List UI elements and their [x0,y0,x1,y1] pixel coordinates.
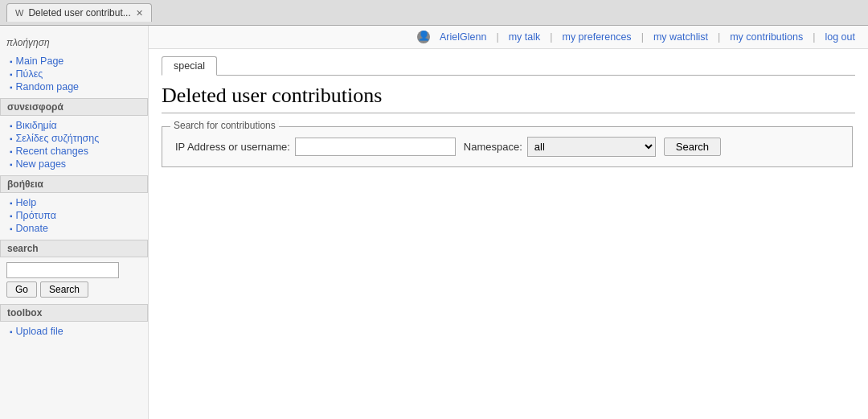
sidebar-item-new-pages[interactable]: New pages [16,158,67,170]
wiki-icon: W [15,8,23,18]
list-item: New pages [0,158,148,170]
list-item: Main Page [0,55,148,68]
list-item: Donate [0,222,148,235]
my-talk-link[interactable]: my talk [509,31,541,43]
namespace-label: Namespace: [464,141,522,153]
my-contributions-link[interactable]: my contributions [730,31,803,43]
toolbox-section: toolbox Upload file [0,304,148,339]
tab-special[interactable]: special [162,56,217,76]
ip-username-label: IP Address or username: [175,141,290,153]
contribution-list: Βικιδημία Σελίδες συζήτησης Recent chang… [0,117,148,172]
navigation-section: Main Page Πύλες Random page [0,53,148,95]
browser-tab[interactable]: W Deleted user contribut... ✕ [6,3,152,22]
my-preferences-link[interactable]: my preferences [562,31,631,43]
search-buttons: Go Search [6,281,141,298]
list-item: Πρότυπα [0,209,148,222]
contributions-form: Search for contributions IP Address or u… [162,126,853,167]
top-nav: ArielGlenn | my talk | my preferences | … [149,26,868,49]
search-section: search Go Search [0,240,148,301]
list-item: Σελίδες συζήτησης [0,132,148,145]
go-button[interactable]: Go [6,281,37,298]
user-icon [417,31,430,43]
list-item: Random page [0,80,148,93]
list-item: Βικιδημία [0,119,148,132]
sidebar-item-recent-changes[interactable]: Recent changes [16,146,88,157]
page-title: Deleted user contributions [162,84,855,113]
navigation-list: Main Page Πύλες Random page [0,53,148,95]
my-watchlist-link[interactable]: my watchlist [653,31,708,43]
list-item: Recent changes [0,145,148,158]
namespace-select[interactable]: allMainTalkUserUser talkWikipediaWikiped… [527,137,656,157]
browser-chrome: W Deleted user contribut... ✕ [0,0,868,26]
username-link[interactable]: ArielGlenn [440,31,486,43]
toolbox-list: Upload file [0,323,148,339]
help-list: Help Πρότυπα Donate [0,195,148,236]
sidebar-item-upload-file[interactable]: Upload file [16,326,63,337]
ip-username-field: IP Address or username: [175,138,456,156]
namespace-field: Namespace: allMainTalkUserUser talkWikip… [464,137,656,157]
list-item: Help [0,196,148,209]
toolbox-section-title: toolbox [0,304,148,322]
sidebar-item-discussion-pages[interactable]: Σελίδες συζήτησης [16,133,100,144]
sidebar-search-input[interactable] [6,262,119,278]
help-section-title: βοήθεια [0,175,148,193]
tab-title: Deleted user contribut... [28,7,130,18]
contributions-search-button[interactable]: Search [664,138,721,156]
sidebar-item-wikidimia[interactable]: Βικιδημία [16,120,57,131]
sidebar-item-donate[interactable]: Donate [16,223,48,234]
ip-username-input[interactable] [295,138,456,156]
contribution-section-title: συνεισφορά [0,98,148,116]
sidebar-search-form: Go Search [0,259,148,301]
main-content: ArielGlenn | my talk | my preferences | … [149,26,868,419]
contribution-section: συνεισφορά Βικιδημία Σελίδες συζήτησης R… [0,98,148,172]
page-wrapper: πλοήγηση Main Page Πύλες Random page συν… [0,26,868,419]
navigation-section-title-ploi: πλοήγηση [0,32,148,53]
list-item: Πύλες [0,68,148,80]
log-out-link[interactable]: log out [825,31,855,43]
sidebar: πλοήγηση Main Page Πύλες Random page συν… [0,26,149,419]
sidebar-item-random-page[interactable]: Random page [16,81,80,92]
sidebar-item-help[interactable]: Help [16,197,37,208]
sidebar-item-gates[interactable]: Πύλες [16,68,43,80]
sidebar-item-templates[interactable]: Πρότυπα [16,210,56,221]
tab-close-button[interactable]: ✕ [136,8,143,18]
search-section-title: search [0,240,148,257]
list-item: Upload file [0,325,148,338]
form-legend: Search for contributions [170,120,279,131]
help-section: βοήθεια Help Πρότυπα Donate [0,175,148,236]
content-area: special Deleted user contributions Searc… [149,49,868,174]
sidebar-item-main-page[interactable]: Main Page [16,55,64,67]
content-tabs: special [162,55,855,76]
search-button[interactable]: Search [40,281,88,298]
